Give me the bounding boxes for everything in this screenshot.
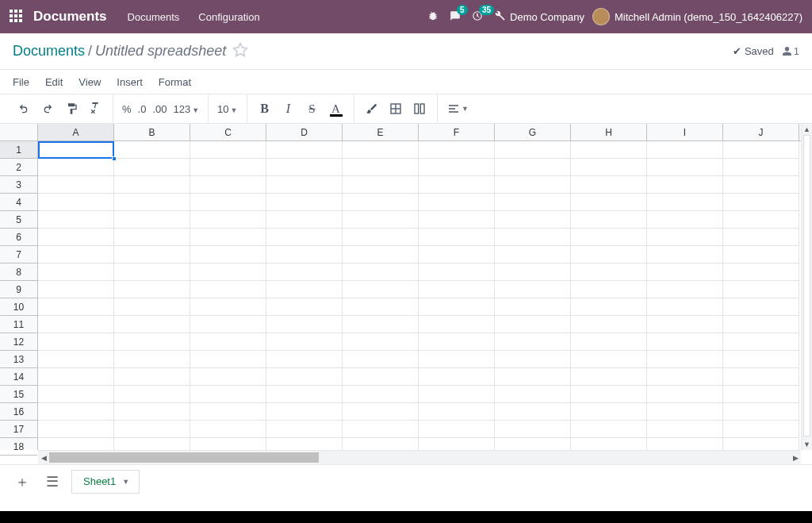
cell[interactable] bbox=[571, 386, 647, 403]
clear-format-button[interactable] bbox=[84, 98, 106, 120]
row-header[interactable]: 5 bbox=[0, 211, 37, 229]
col-header[interactable]: H bbox=[571, 124, 647, 140]
cell[interactable] bbox=[419, 211, 495, 229]
tools-icon[interactable] bbox=[494, 10, 505, 24]
cell[interactable] bbox=[38, 159, 114, 176]
cell[interactable] bbox=[495, 176, 571, 194]
cell[interactable] bbox=[114, 368, 190, 386]
cell[interactable] bbox=[114, 159, 190, 176]
cell[interactable] bbox=[114, 141, 190, 159]
cell[interactable] bbox=[723, 229, 799, 246]
cell[interactable] bbox=[419, 246, 495, 263]
company-selector[interactable]: Demo Company bbox=[510, 11, 584, 23]
cell[interactable] bbox=[571, 403, 647, 421]
cell[interactable] bbox=[647, 368, 723, 386]
cell[interactable] bbox=[723, 263, 799, 281]
cell[interactable] bbox=[647, 211, 723, 229]
spreadsheet-grid[interactable]: A B C D E F G H I J 1 2 3 4 5 6 7 8 9 10… bbox=[0, 124, 812, 465]
col-header[interactable]: G bbox=[495, 124, 571, 140]
cell[interactable] bbox=[419, 176, 495, 194]
cell[interactable] bbox=[723, 281, 799, 298]
cell[interactable] bbox=[571, 141, 647, 159]
cell[interactable] bbox=[647, 421, 723, 438]
cell[interactable] bbox=[190, 316, 266, 333]
cell[interactable] bbox=[571, 316, 647, 333]
row-header[interactable]: 7 bbox=[0, 246, 37, 263]
cell[interactable] bbox=[647, 316, 723, 333]
cell[interactable] bbox=[647, 176, 723, 194]
vertical-scroll-thumb[interactable] bbox=[803, 135, 810, 436]
cell[interactable] bbox=[723, 141, 799, 159]
cell[interactable] bbox=[419, 351, 495, 368]
fill-color-button[interactable] bbox=[361, 98, 383, 120]
cell[interactable] bbox=[114, 246, 190, 263]
breadcrumb-root[interactable]: Documents bbox=[13, 43, 85, 60]
font-size-selector[interactable]: 10▼ bbox=[215, 103, 239, 115]
bold-button[interactable]: B bbox=[254, 98, 276, 120]
row-header[interactable]: 10 bbox=[0, 298, 37, 316]
cell[interactable] bbox=[647, 141, 723, 159]
row-header[interactable]: 8 bbox=[0, 263, 37, 281]
cell[interactable] bbox=[571, 229, 647, 246]
cell[interactable] bbox=[571, 159, 647, 176]
row-header[interactable]: 15 bbox=[0, 386, 37, 403]
cell[interactable] bbox=[38, 263, 114, 281]
cell[interactable] bbox=[266, 141, 343, 159]
cell[interactable] bbox=[419, 421, 495, 438]
cell[interactable] bbox=[495, 403, 571, 421]
nav-link-documents[interactable]: Documents bbox=[128, 11, 180, 23]
cell[interactable] bbox=[723, 421, 799, 438]
row-header[interactable]: 1 bbox=[0, 141, 37, 159]
cell[interactable] bbox=[647, 333, 723, 351]
row-header[interactable]: 18 bbox=[0, 438, 37, 456]
cell[interactable] bbox=[647, 351, 723, 368]
cell[interactable] bbox=[723, 211, 799, 229]
cell[interactable] bbox=[343, 194, 419, 211]
decrease-decimal-button[interactable]: .0 bbox=[136, 103, 149, 115]
cell[interactable] bbox=[38, 403, 114, 421]
cell[interactable] bbox=[190, 159, 266, 176]
cell[interactable] bbox=[190, 229, 266, 246]
col-header[interactable]: B bbox=[114, 124, 190, 140]
cell[interactable] bbox=[723, 333, 799, 351]
cell[interactable] bbox=[38, 298, 114, 316]
menu-file[interactable]: File bbox=[13, 76, 29, 88]
increase-decimal-button[interactable]: .00 bbox=[150, 103, 169, 115]
cell[interactable] bbox=[723, 316, 799, 333]
cell[interactable] bbox=[343, 211, 419, 229]
cell[interactable] bbox=[114, 386, 190, 403]
cell[interactable] bbox=[723, 159, 799, 176]
cell[interactable] bbox=[38, 386, 114, 403]
chevron-down-icon[interactable]: ▼ bbox=[122, 478, 129, 486]
cell[interactable] bbox=[190, 263, 266, 281]
cell[interactable] bbox=[266, 246, 343, 263]
cell[interactable] bbox=[419, 403, 495, 421]
italic-button[interactable]: I bbox=[278, 98, 300, 120]
cell[interactable] bbox=[38, 194, 114, 211]
cell[interactable] bbox=[495, 316, 571, 333]
select-all-corner[interactable] bbox=[0, 124, 38, 141]
cell[interactable] bbox=[266, 333, 343, 351]
cell[interactable] bbox=[190, 211, 266, 229]
cell[interactable] bbox=[495, 386, 571, 403]
menu-format[interactable]: Format bbox=[159, 76, 191, 88]
strikethrough-button[interactable]: S bbox=[301, 98, 324, 120]
scroll-right-icon[interactable]: ▶ bbox=[790, 451, 801, 464]
cell[interactable] bbox=[266, 176, 343, 194]
horizontal-align-button[interactable]: ▼ bbox=[444, 98, 473, 120]
cell[interactable] bbox=[647, 263, 723, 281]
row-header[interactable]: 14 bbox=[0, 368, 37, 386]
row-header[interactable]: 16 bbox=[0, 403, 37, 421]
cell[interactable] bbox=[647, 281, 723, 298]
cell[interactable] bbox=[266, 368, 343, 386]
row-header[interactable]: 12 bbox=[0, 333, 37, 351]
cell[interactable] bbox=[571, 298, 647, 316]
cell[interactable] bbox=[495, 246, 571, 263]
col-header[interactable]: I bbox=[647, 124, 723, 140]
add-sheet-button[interactable]: ＋ bbox=[11, 471, 33, 493]
cell[interactable] bbox=[723, 386, 799, 403]
cell[interactable] bbox=[495, 368, 571, 386]
cell[interactable] bbox=[419, 281, 495, 298]
row-header[interactable]: 13 bbox=[0, 351, 37, 368]
cell[interactable] bbox=[571, 421, 647, 438]
